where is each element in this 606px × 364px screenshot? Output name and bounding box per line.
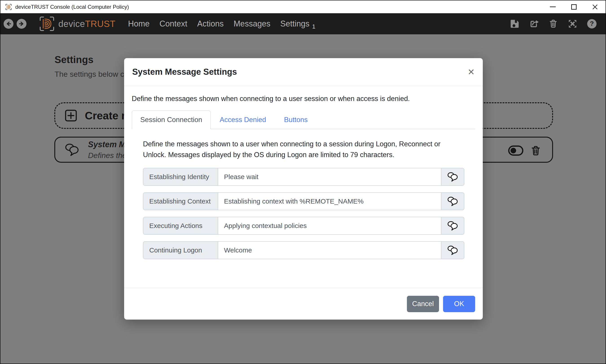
- minimize-button[interactable]: [542, 0, 563, 13]
- tab-session-connection[interactable]: Session Connection: [132, 110, 211, 129]
- nav-menu: Home Context Actions Messages Settings1: [128, 19, 315, 28]
- app-logo-icon: [5, 3, 12, 11]
- forward-arrow-icon: [18, 20, 25, 27]
- card-actions: [508, 138, 541, 164]
- nav-item-actions[interactable]: Actions: [197, 19, 224, 28]
- message-row-executing-actions: Executing Actions: [143, 217, 464, 235]
- cancel-button[interactable]: Cancel: [407, 296, 439, 312]
- message-preview-button[interactable]: [441, 217, 464, 235]
- tab-buttons[interactable]: Buttons: [275, 111, 317, 129]
- tabbar: Session Connection Access Denied Buttons: [132, 110, 475, 129]
- row-label: Continuing Logon: [143, 241, 218, 259]
- close-icon: [592, 4, 598, 10]
- maximize-icon: [571, 4, 577, 10]
- trash-icon[interactable]: [530, 144, 541, 157]
- row-label: Establishing Identity: [143, 168, 218, 186]
- settings-page-dimmed: Settings The settings below cha Create n…: [0, 34, 606, 364]
- message-row-establishing-context: Establishing Context: [143, 192, 464, 210]
- message-preview-button[interactable]: [441, 192, 464, 210]
- fullscreen-icon[interactable]: [567, 19, 578, 29]
- row-label: Establishing Context: [143, 192, 218, 210]
- dialog-header: System Message Settings ✕: [124, 58, 483, 86]
- delete-icon[interactable]: [548, 19, 558, 29]
- row-label: Executing Actions: [143, 217, 218, 235]
- message-row-establishing-identity: Establishing Identity: [143, 168, 464, 186]
- nav-item-home[interactable]: Home: [128, 19, 150, 28]
- back-button[interactable]: [4, 19, 13, 29]
- message-bubbles-icon: [447, 196, 459, 206]
- close-button[interactable]: [584, 0, 606, 13]
- nav-actions: ?: [509, 19, 606, 29]
- tab-panel-session-connection: Define the messages shown to a user when…: [132, 129, 475, 259]
- nav-item-context[interactable]: Context: [159, 19, 187, 28]
- message-bubbles-icon: [64, 143, 80, 156]
- ok-button[interactable]: OK: [443, 296, 475, 312]
- window-title: deviceTRUST Console (Local Computer Poli…: [15, 4, 129, 10]
- help-icon[interactable]: ?: [587, 19, 597, 29]
- dialog-body: Define the messages shown when connectin…: [124, 86, 483, 288]
- message-bubbles-icon: [447, 172, 459, 182]
- brand-text: deviceTRUST: [58, 19, 115, 29]
- row-input[interactable]: [218, 168, 441, 186]
- tab-access-denied[interactable]: Access Denied: [211, 111, 275, 129]
- dialog-title: System Message Settings: [132, 67, 237, 77]
- maximize-button[interactable]: [563, 0, 584, 13]
- back-arrow-icon: [5, 20, 12, 27]
- devicetrust-logo-icon: [38, 15, 56, 33]
- row-input[interactable]: [218, 241, 441, 259]
- message-bubbles-icon: [447, 245, 459, 255]
- minimize-icon: [550, 7, 556, 7]
- export-icon[interactable]: [529, 19, 539, 29]
- brand: deviceTRUST: [38, 15, 115, 33]
- nav-item-messages[interactable]: Messages: [234, 19, 271, 28]
- dialog-close-icon[interactable]: ✕: [467, 68, 475, 76]
- message-bubbles-icon: [447, 221, 459, 231]
- navbar: deviceTRUST Home Context Actions Message…: [0, 13, 606, 34]
- toggle-icon[interactable]: [508, 145, 523, 156]
- panel-description: Define the messages shown to a user when…: [143, 139, 464, 160]
- save-icon[interactable]: [509, 19, 520, 29]
- row-input[interactable]: [218, 192, 441, 210]
- forward-button[interactable]: [17, 19, 26, 29]
- page-subtext: The settings below cha: [54, 70, 133, 78]
- dialog-footer: Cancel OK: [124, 288, 483, 320]
- page-title: Settings: [54, 54, 94, 65]
- message-preview-button[interactable]: [441, 241, 464, 259]
- message-row-continuing-logon: Continuing Logon: [143, 241, 464, 259]
- svg-text:?: ?: [590, 20, 594, 27]
- settings-badge: 1: [312, 23, 315, 30]
- nav-item-settings[interactable]: Settings1: [280, 19, 316, 28]
- create-new-label: Create n: [85, 109, 128, 122]
- system-message-settings-dialog: System Message Settings ✕ Define the mes…: [124, 58, 483, 320]
- app-window: deviceTRUST Console (Local Computer Poli…: [0, 0, 606, 364]
- message-preview-button[interactable]: [441, 168, 464, 186]
- dialog-description: Define the messages shown when connectin…: [132, 95, 475, 103]
- row-input[interactable]: [218, 217, 441, 235]
- plus-square-icon: [65, 109, 77, 122]
- titlebar: deviceTRUST Console (Local Computer Poli…: [0, 0, 606, 13]
